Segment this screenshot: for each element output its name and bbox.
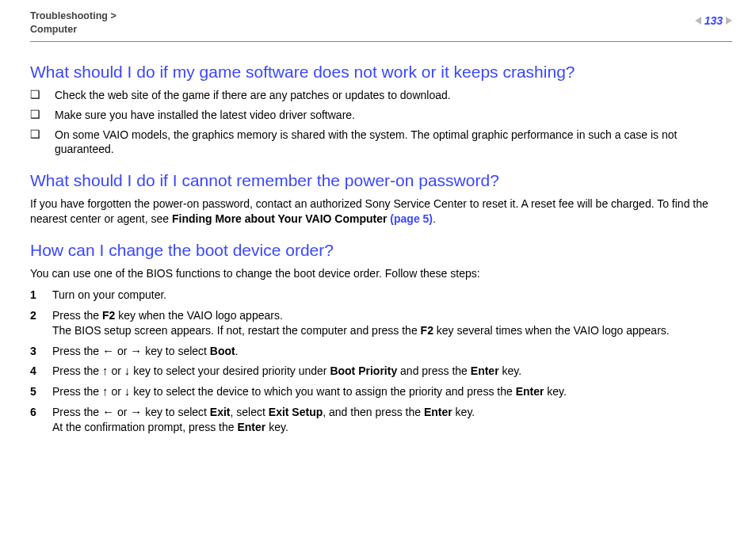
breadcrumb-line1: Troubleshooting > [30, 10, 116, 21]
next-page-icon[interactable] [726, 17, 732, 25]
text: key several times when the VAIO logo app… [433, 324, 670, 337]
page-header: Troubleshooting > Computer 133 [30, 10, 732, 42]
step-number: 6 [30, 405, 52, 421]
text: key. [499, 364, 522, 377]
text: key to select [142, 345, 210, 357]
key-name: Enter [424, 406, 452, 418]
text: key to select your desired priority unde… [130, 364, 330, 377]
text: . [433, 212, 436, 225]
text: or [109, 385, 124, 398]
bullet-text: On some VAIO models, the graphics memory… [55, 128, 732, 158]
bullet-text: Check the web site of the game if there … [55, 88, 451, 103]
step-text: Press the ↑ or ↓ key to select the devic… [52, 384, 567, 400]
step-item: 4 Press the ↑ or ↓ key to select your de… [30, 364, 732, 380]
text: or [114, 406, 130, 418]
key-name: Enter [516, 385, 544, 398]
square-bullet-icon: ❑ [30, 128, 40, 141]
list-item: ❑ Make sure you have installed the lates… [30, 108, 732, 123]
step-text: Press the ← or → key to select Exit, sel… [52, 405, 475, 436]
right-arrow-icon: → [130, 345, 142, 357]
key-name: F2 [421, 324, 433, 337]
key-name: F2 [102, 309, 115, 322]
menu-name: Exit Setup [269, 406, 323, 418]
breadcrumb-line2: Computer [30, 24, 77, 35]
step-text: Press the ↑ or ↓ key to select your desi… [52, 364, 521, 380]
step-number: 4 [30, 364, 52, 380]
text: key to select the device to which you wa… [130, 385, 515, 398]
menu-name: Boot Priority [330, 364, 397, 377]
text: Press the [52, 406, 102, 418]
list-item: ❑ On some VAIO models, the graphics memo… [30, 128, 732, 158]
up-arrow-icon: ↑ [102, 364, 109, 376]
text: key. [544, 385, 567, 398]
text: or [114, 345, 130, 357]
step-item: 6 Press the ← or → key to select Exit, s… [30, 405, 732, 436]
step-number: 3 [30, 344, 52, 360]
prev-page-icon[interactable] [695, 17, 701, 25]
text: key. [265, 421, 288, 433]
step-item: 3 Press the ← or → key to select Boot. [30, 344, 732, 360]
step-number: 5 [30, 384, 52, 400]
page-link[interactable]: (page 5) [390, 212, 433, 225]
right-arrow-icon: → [130, 406, 142, 418]
text: key to select [142, 406, 210, 418]
text: At the confirmation prompt, press the [52, 421, 237, 433]
page-number-nav: 133 [695, 14, 732, 27]
text: key. [452, 406, 475, 418]
bullet-text: Make sure you have installed the latest … [55, 108, 355, 123]
left-arrow-icon: ← [102, 406, 114, 418]
step-item: 1 Turn on your computer. [30, 288, 732, 303]
page-number: 133 [704, 14, 723, 27]
section-heading-game-software: What should I do if my game software doe… [30, 63, 732, 82]
step-text: Press the F2 key when the VAIO logo appe… [52, 308, 670, 339]
step-item: 2 Press the F2 key when the VAIO logo ap… [30, 308, 732, 339]
text: Press the [52, 345, 102, 357]
text: , and then press the [323, 406, 424, 418]
text: or [109, 364, 124, 377]
step-text: Turn on your computer. [52, 288, 166, 303]
step-number: 1 [30, 288, 52, 303]
text: , select [231, 406, 269, 418]
list-item: ❑ Check the web site of the game if ther… [30, 88, 732, 103]
up-arrow-icon: ↑ [102, 385, 109, 397]
steps-list: 1 Turn on your computer. 2 Press the F2 … [30, 288, 732, 436]
section-heading-password: What should I do if I cannot remember th… [30, 171, 732, 190]
section-heading-boot-order: How can I change the boot device order? [30, 241, 732, 260]
left-arrow-icon: ← [102, 345, 114, 357]
key-name: Enter [471, 364, 499, 377]
step-number: 2 [30, 308, 52, 324]
text: Press the [52, 364, 102, 377]
text: key when the VAIO logo appears. [115, 309, 282, 322]
breadcrumb: Troubleshooting > Computer [30, 10, 116, 36]
text: Press the [52, 309, 102, 322]
bullet-list: ❑ Check the web site of the game if ther… [30, 88, 732, 158]
text: The BIOS setup screen appears. If not, r… [52, 324, 421, 337]
square-bullet-icon: ❑ [30, 88, 40, 101]
menu-name: Boot [210, 345, 235, 357]
menu-name: Exit [210, 406, 231, 418]
text: . [235, 345, 239, 357]
paragraph: If you have forgotten the power-on passw… [30, 196, 732, 227]
text: Press the [52, 385, 102, 398]
bold-text: Finding More about Your VAIO Computer [172, 212, 390, 225]
paragraph: You can use one of the BIOS functions to… [30, 266, 732, 281]
key-name: Enter [237, 421, 265, 433]
step-item: 5 Press the ↑ or ↓ key to select the dev… [30, 384, 732, 400]
text: and press the [397, 364, 471, 377]
step-text: Press the ← or → key to select Boot. [52, 344, 239, 360]
document-page: Troubleshooting > Computer 133 What shou… [0, 0, 756, 456]
square-bullet-icon: ❑ [30, 108, 40, 121]
